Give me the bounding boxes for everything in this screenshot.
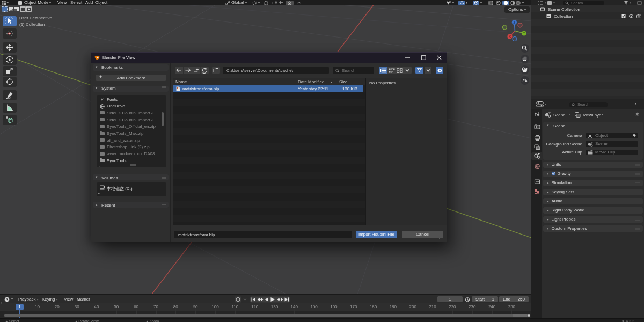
svg-text:Z: Z	[514, 21, 516, 24]
svg-text:Y: Y	[523, 32, 525, 35]
svg-text:X: X	[509, 35, 511, 38]
svg-text:Search: Search	[571, 1, 583, 5]
